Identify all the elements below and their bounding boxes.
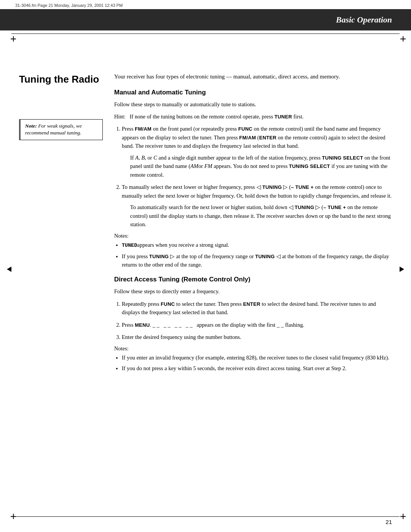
intro-paragraph: Your receiver has four types of electron… [114,72,392,81]
bullet1-text: appears when you receive a strong signal… [137,242,229,248]
right-column: Your receiver has four types of electron… [114,72,392,377]
s2-bullet2-text: If you do not press a key within 5 secon… [122,365,347,371]
note-box: Note: For weak signals, we recommend man… [19,119,103,141]
item1-text2: If A, B, or C and a single digit number … [130,153,392,179]
section1-item1: Press FM/AM on the front panel (or repea… [122,125,392,179]
item1-text1: Press FM/AM on the front panel (or repea… [122,126,386,149]
bullet2-text: If you press TUNING ▷ at the top of the … [122,253,389,268]
content-area: Tuning the Radio Note: For weak signals,… [0,65,411,399]
section2-intro: Follow these steps to directly enter a f… [114,287,392,296]
s2-item1-text: Repeatedly press FUNC to select the tune… [122,301,376,315]
tuned-keyword: TUNED [122,243,137,248]
section2-list: Repeatedly press FUNC to select the tune… [122,300,392,342]
right-marker [400,267,404,272]
s2-bullet1-text: If you enter an invalid frequency (for e… [122,355,389,361]
note-label: Note: [25,123,37,129]
section2-item3: Enter the desired frequency using the nu… [122,333,392,341]
hint-line: Hint: If none of the tuning buttons on t… [114,112,392,121]
page: 31-3046.fm Page 21 Monday, January 29, 2… [0,0,411,532]
section1-item2: To manually select the next lower or hig… [122,183,392,228]
hint-label: Hint: If none of the tuning buttons on t… [114,113,274,120]
meta-line: 31-3046.fm Page 21 Monday, January 29, 2… [0,0,411,9]
left-column: Tuning the Radio Note: For weak signals,… [19,72,103,377]
section2-item1: Repeatedly press FUNC to select the tune… [122,300,392,317]
section2-bullets: If you enter an invalid frequency (for e… [122,353,392,373]
section1-intro: Follow these steps to manually or automa… [114,100,392,109]
s2-bullet2: If you do not press a key within 5 secon… [122,364,392,372]
section2-notes-label: Notes: [114,345,392,352]
item2-text2: To automatically search for the next low… [130,203,392,228]
section2-item2: Press MENU. _ _ _ _ _ _ _ _ appears on t… [122,321,392,329]
s2-item3-text: Enter the desired frequency using the nu… [122,334,241,340]
bullet1: TUNEDappears when you receive a strong s… [122,241,392,250]
border-bottom [11,516,400,517]
page-title: Tuning the Radio [19,74,103,85]
bullet2: If you press TUNING ▷ at the top of the … [122,252,392,269]
section1-notes-label: Notes: [114,233,392,239]
section1-heading: Manual and Automatic Tuning [114,89,392,96]
section1-bullets: TUNEDappears when you receive a strong s… [122,241,392,269]
item2-text1: To manually select the next lower or hig… [122,184,392,198]
header-bar: Basic Operation [0,9,411,30]
hint-rest: first. [292,113,304,120]
section1-list: Press FM/AM on the front panel (or repea… [122,125,392,228]
s2-item2-text: Press MENU. _ _ _ _ _ _ _ _ appears on t… [122,322,304,328]
header-title: Basic Operation [336,15,392,25]
s2-bullet1: If you enter an invalid frequency (for e… [122,353,392,362]
page-number: 21 [386,519,392,525]
tuner-keyword: TUNER [274,114,292,120]
two-column-layout: Tuning the Radio Note: For weak signals,… [19,72,392,377]
section2-heading: Direct Access Tuning (Remote Control Onl… [114,276,392,283]
left-marker [7,267,11,272]
border-top [11,34,400,34]
